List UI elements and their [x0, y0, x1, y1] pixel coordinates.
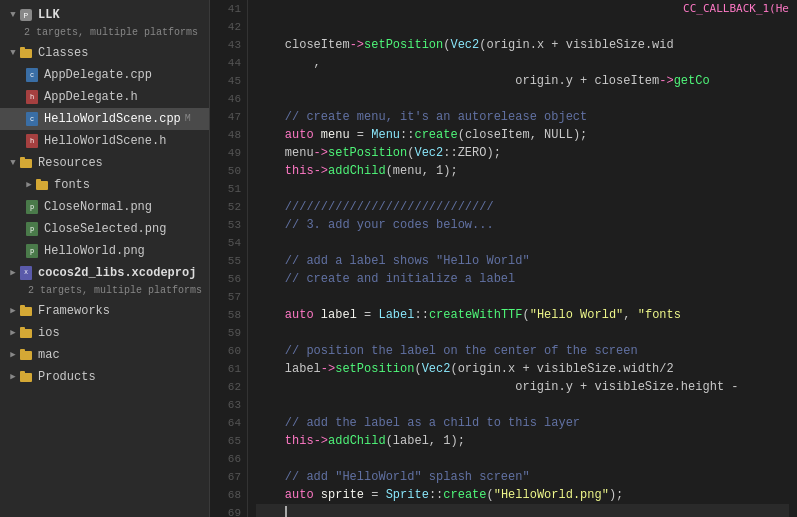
resources-folder-icon	[18, 155, 34, 171]
helloworldpng-label: HelloWorld.png	[44, 242, 145, 260]
code-line-64: this->addChild(label, 1);	[256, 432, 789, 450]
modified-badge: M	[185, 110, 191, 128]
sidebar-item-helloworldpng[interactable]: p HelloWorld.png	[0, 240, 209, 262]
frameworks-folder-icon	[18, 303, 34, 319]
code-line-62	[256, 396, 789, 414]
code-line-44b: origin.y + closeItem->getCo	[256, 72, 789, 90]
fonts-label: fonts	[54, 176, 90, 194]
code-line-50	[256, 180, 789, 198]
code-line-61: origin.y + visibleSize.height -	[256, 378, 789, 396]
products-label: Products	[38, 368, 96, 386]
code-line-66: // add "HelloWorld" splash screen"	[256, 468, 789, 486]
closeselected-label: CloseSelected.png	[44, 220, 166, 238]
products-chevron: ▶	[8, 372, 18, 382]
sidebar-item-ios[interactable]: ▶ ios	[0, 322, 209, 344]
sidebar-item-appdelegateh[interactable]: h AppDelegate.h	[0, 86, 209, 108]
code-line-46: // create menu, it's an autorelease obje…	[256, 108, 789, 126]
ios-label: ios	[38, 324, 60, 342]
frameworks-label: Frameworks	[38, 302, 110, 320]
sidebar-item-closeselected[interactable]: p CloseSelected.png	[0, 218, 209, 240]
png-file-icon-1: p	[24, 199, 40, 215]
code-line-43: closeItem->setPosition(Vec2(origin.x + v…	[256, 36, 789, 54]
resources-label: Resources	[38, 154, 103, 172]
code-line-52: // 3. add your codes below...	[256, 216, 789, 234]
svg-text:P: P	[24, 11, 29, 20]
mac-folder-icon	[18, 347, 34, 363]
sidebar-item-closenormal[interactable]: p CloseNormal.png	[0, 196, 209, 218]
png-file-icon-2: p	[24, 221, 40, 237]
code-line-48: menu->setPosition(Vec2::ZERO);	[256, 144, 789, 162]
h-scene-file-icon: h	[24, 133, 40, 149]
sidebar-item-cocos2d[interactable]: ▶ X cocos2d_libs.xcodeproj	[0, 262, 209, 284]
cpp-file-icon: c	[24, 67, 40, 83]
mac-label: mac	[38, 346, 60, 364]
sidebar-item-fonts[interactable]: ▶ fonts	[0, 174, 209, 196]
sidebar-item-appdelegatecpp[interactable]: c AppDelegate.cpp	[0, 64, 209, 86]
root-chevron: ▼	[8, 10, 18, 20]
code-line-45	[256, 90, 789, 108]
products-folder-icon	[18, 369, 34, 385]
code-line-54: // add a label shows "Hello World"	[256, 252, 789, 270]
code-line-59: // position the label on the center of t…	[256, 342, 789, 360]
sidebar-item-frameworks[interactable]: ▶ Frameworks	[0, 300, 209, 322]
code-line-55: // create and initialize a label	[256, 270, 789, 288]
code-line-58	[256, 324, 789, 342]
code-line-47: auto menu = Menu::create(closeItem, NULL…	[256, 126, 789, 144]
helloworldscenecpp-label: HelloWorldScene.cpp	[44, 110, 181, 128]
classes-label: Classes	[38, 44, 88, 62]
code-line-63: // add the label as a child to this laye…	[256, 414, 789, 432]
ios-folder-icon	[18, 325, 34, 341]
png-file-icon-3: p	[24, 243, 40, 259]
code-line-44: ,	[256, 54, 789, 72]
root-project[interactable]: ▼ P LLK	[0, 4, 209, 26]
root-sublabel: 2 targets, multiple platforms	[0, 26, 209, 42]
sidebar-item-helloworldscenecpp[interactable]: c HelloWorldScene.cpp M	[0, 108, 209, 130]
code-line-60: label->setPosition(Vec2(origin.x + visib…	[256, 360, 789, 378]
sidebar-item-helloworldsceneh[interactable]: h HelloWorldScene.h	[0, 130, 209, 152]
fonts-folder-icon	[34, 177, 50, 193]
xcode-file-icon: X	[18, 265, 34, 281]
ios-chevron: ▶	[8, 328, 18, 338]
fonts-chevron: ▶	[24, 180, 34, 190]
code-line-68	[256, 504, 789, 517]
code-line-56	[256, 288, 789, 306]
closenormal-label: CloseNormal.png	[44, 198, 152, 216]
code-line-42	[256, 18, 789, 36]
code-line-53	[256, 234, 789, 252]
top-label: CC_CALLBACK_1(He	[675, 0, 797, 17]
sidebar-item-mac[interactable]: ▶ mac	[0, 344, 209, 366]
h-file-icon: h	[24, 89, 40, 105]
line-numbers: 41 42 43 44 45 46 47 48 49 50 51 52 53 5…	[210, 0, 248, 517]
code-line-49: this->addChild(menu, 1);	[256, 162, 789, 180]
code-line-65	[256, 450, 789, 468]
resources-chevron: ▼	[8, 158, 18, 168]
sidebar-item-resources[interactable]: ▼ Resources	[0, 152, 209, 174]
code-line-67: auto sprite = Sprite::create("HelloWorld…	[256, 486, 789, 504]
cocos2d-chevron: ▶	[8, 268, 18, 278]
sidebar-item-classes[interactable]: ▼ Classes	[0, 42, 209, 64]
code-line-51: /////////////////////////////	[256, 198, 789, 216]
helloworldsceneh-label: HelloWorldScene.h	[44, 132, 166, 150]
project-icon: P	[18, 7, 34, 23]
cocos2d-label: cocos2d_libs.xcodeproj	[38, 264, 196, 282]
sidebar-item-products[interactable]: ▶ Products	[0, 366, 209, 388]
cocos2d-sublabel: 2 targets, multiple platforms	[0, 284, 209, 300]
classes-chevron: ▼	[8, 48, 18, 58]
cpp-selected-file-icon: c	[24, 111, 40, 127]
frameworks-chevron: ▶	[8, 306, 18, 316]
appdelegatecpp-label: AppDelegate.cpp	[44, 66, 152, 84]
classes-folder-icon	[18, 45, 34, 61]
code-editor: 41 42 43 44 45 46 47 48 49 50 51 52 53 5…	[210, 0, 797, 517]
code-line-57: auto label = Label::createWithTTF("Hello…	[256, 306, 789, 324]
code-content[interactable]: CC_CALLBACK_1(He closeItem->setPosition(…	[248, 0, 797, 517]
appdelegateh-label: AppDelegate.h	[44, 88, 138, 106]
root-label: LLK	[38, 6, 60, 24]
file-navigator[interactable]: ▼ P LLK 2 targets, multiple platforms ▼ …	[0, 0, 210, 517]
mac-chevron: ▶	[8, 350, 18, 360]
